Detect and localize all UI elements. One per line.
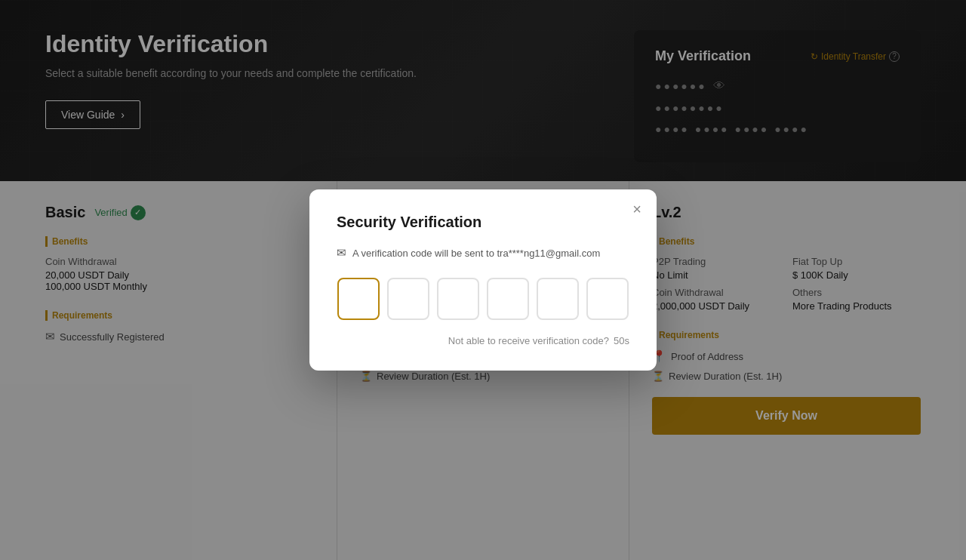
otp-container xyxy=(337,278,629,320)
modal-close-button[interactable]: × xyxy=(632,202,641,217)
modal-title: Security Verification xyxy=(337,214,629,231)
otp-input-3[interactable] xyxy=(437,278,479,320)
modal-overlay[interactable]: × Security Verification ✉ A verification… xyxy=(0,0,966,560)
otp-input-6[interactable] xyxy=(586,278,629,320)
otp-input-1[interactable] xyxy=(337,278,380,320)
resend-text: Not able to receive verification code? xyxy=(448,335,609,346)
countdown-timer: 50s xyxy=(614,335,629,346)
resend-row: Not able to receive verification code? 5… xyxy=(337,335,629,346)
modal-email-notice: ✉ A verification code will be sent to tr… xyxy=(337,246,629,260)
otp-input-2[interactable] xyxy=(387,278,429,320)
security-verification-modal: × Security Verification ✉ A verification… xyxy=(309,189,657,371)
modal-email-icon: ✉ xyxy=(337,246,346,260)
otp-input-4[interactable] xyxy=(487,278,529,320)
otp-input-5[interactable] xyxy=(537,278,579,320)
